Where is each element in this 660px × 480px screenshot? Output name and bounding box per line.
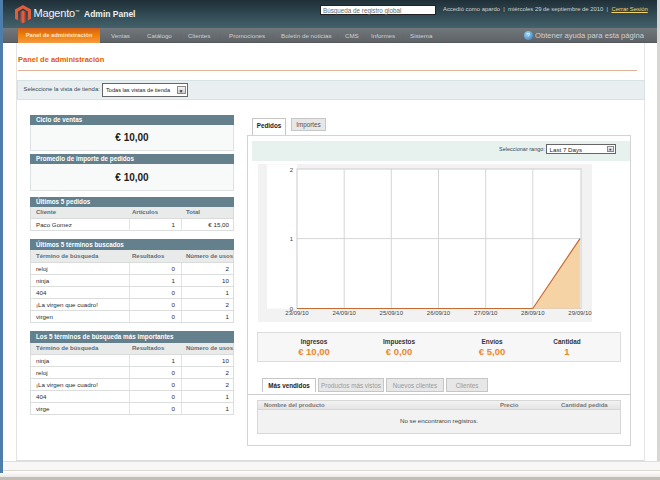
svg-text:27/09/10: 27/09/10: [474, 310, 498, 316]
svg-text:29/09/10: 29/09/10: [568, 310, 592, 316]
svg-text:25/09/10: 25/09/10: [380, 310, 404, 316]
svg-text:26/09/10: 26/09/10: [427, 310, 451, 316]
svg-text:23/09/10: 23/09/10: [285, 310, 309, 316]
svg-text:28/09/10: 28/09/10: [521, 310, 545, 316]
svg-text:24/09/10: 24/09/10: [333, 310, 357, 316]
